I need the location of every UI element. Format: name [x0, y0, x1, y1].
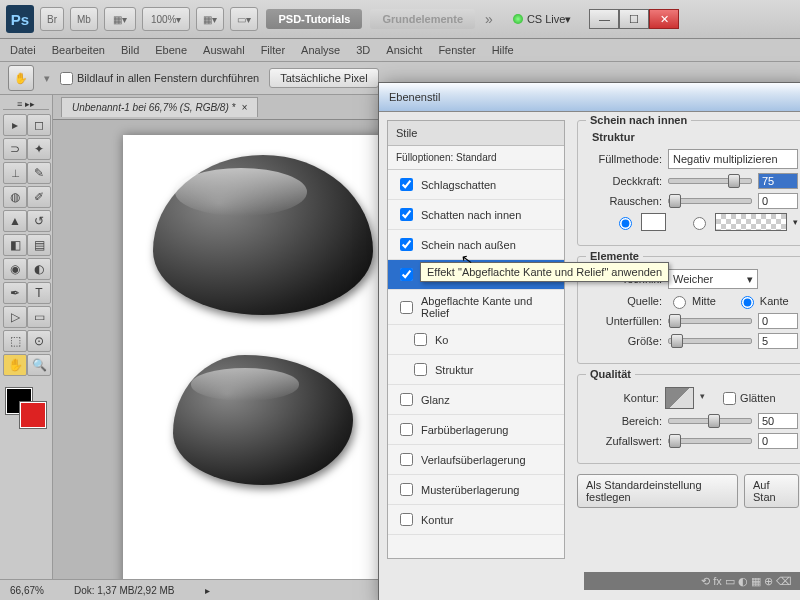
dialog-titlebar[interactable]: Ebenenstil: [379, 83, 800, 112]
close-button[interactable]: ✕: [649, 9, 679, 29]
dodge-tool[interactable]: ◐: [27, 258, 51, 280]
jitter-value[interactable]: 0: [758, 433, 798, 449]
noise-slider[interactable]: [668, 198, 752, 204]
color-swatch[interactable]: [641, 213, 666, 231]
arrange-button[interactable]: ▦▾: [196, 7, 224, 31]
workspace-tab[interactable]: Grundelemente: [370, 9, 475, 29]
make-default-button[interactable]: Als Standardeinstellung festlegen: [577, 474, 738, 508]
menu-auswahl[interactable]: Auswahl: [203, 44, 245, 56]
pen-tool[interactable]: ✒: [3, 282, 27, 304]
move-tool[interactable]: ▸: [3, 114, 27, 136]
reset-default-button[interactable]: Auf Stan: [744, 474, 799, 508]
status-dok: Dok: 1,37 MB/2,92 MB: [74, 585, 175, 596]
opacity-slider[interactable]: [668, 178, 752, 184]
range-value[interactable]: 50: [758, 413, 798, 429]
shape-tool[interactable]: ▭: [27, 306, 51, 328]
view-selector[interactable]: ▦▾: [104, 7, 136, 31]
jitter-slider[interactable]: [668, 438, 752, 444]
gradient-tool[interactable]: ▤: [27, 234, 51, 256]
app-titlebar: Ps Br Mb ▦▾ 100% ▾ ▦▾ ▭▾ PSD-Tutorials G…: [0, 0, 800, 39]
minibridge-button[interactable]: Mb: [70, 7, 98, 31]
blend-mode-dropdown[interactable]: Negativ multiplizieren: [668, 149, 798, 169]
3d-tool[interactable]: ⬚: [3, 330, 27, 352]
menu-fenster[interactable]: Fenster: [438, 44, 475, 56]
canvas[interactable]: [123, 135, 403, 595]
struktur-heading: Struktur: [592, 131, 798, 143]
menu-hilfe[interactable]: Hilfe: [492, 44, 514, 56]
3d-camera-tool[interactable]: ⊙: [27, 330, 51, 352]
screen-mode-button[interactable]: ▭▾: [230, 7, 258, 31]
gradient-swatch[interactable]: [715, 213, 787, 231]
document-tab[interactable]: Unbenannt-1 bei 66,7% (S, RGB/8) *×: [61, 97, 258, 117]
type-tool[interactable]: T: [27, 282, 51, 304]
antialias-checkbox[interactable]: Glätten: [723, 392, 798, 405]
ps-logo: Ps: [6, 5, 34, 33]
history-brush-tool[interactable]: ↺: [27, 210, 51, 232]
menu-analyse[interactable]: Analyse: [301, 44, 340, 56]
source-edge-radio[interactable]: Kante: [736, 293, 789, 309]
style-item[interactable]: Abgeflachte Kante und Relief: [388, 290, 564, 325]
zoom-selector[interactable]: 100% ▾: [142, 7, 191, 31]
menu-ansicht[interactable]: Ansicht: [386, 44, 422, 56]
zoom-tool[interactable]: 🔍: [27, 354, 51, 376]
minimize-button[interactable]: —: [589, 9, 619, 29]
eyedropper-tool[interactable]: ✎: [27, 162, 51, 184]
size-slider[interactable]: [668, 338, 752, 344]
gradient-radio[interactable]: [688, 214, 709, 230]
noise-value[interactable]: 0: [758, 193, 798, 209]
crop-tool[interactable]: ⟂: [3, 162, 27, 184]
style-item[interactable]: Glanz: [388, 385, 564, 415]
marquee-tool[interactable]: ◻: [27, 114, 51, 136]
menu-ebene[interactable]: Ebene: [155, 44, 187, 56]
style-item[interactable]: Musterüberlagerung: [388, 475, 564, 505]
status-zoom[interactable]: 66,67%: [10, 585, 44, 596]
tooltip: Effekt "Abgeflachte Kante und Relief" an…: [420, 262, 669, 282]
eraser-tool[interactable]: ◧: [3, 234, 27, 256]
menu-bild[interactable]: Bild: [121, 44, 139, 56]
wand-tool[interactable]: ✦: [27, 138, 51, 160]
menu-3d[interactable]: 3D: [356, 44, 370, 56]
menu-datei[interactable]: Datei: [10, 44, 36, 56]
style-item[interactable]: Schein nach außen: [388, 230, 564, 260]
hand-tool-icon[interactable]: ✋: [8, 65, 34, 91]
tab-close-icon[interactable]: ×: [241, 102, 247, 113]
color-radio[interactable]: [614, 214, 635, 230]
choke-value[interactable]: 0: [758, 313, 798, 329]
path-tool[interactable]: ▷: [3, 306, 27, 328]
style-item[interactable]: Struktur: [388, 355, 564, 385]
menu-filter[interactable]: Filter: [261, 44, 285, 56]
style-item[interactable]: Schlagschatten: [388, 170, 564, 200]
bridge-button[interactable]: Br: [40, 7, 64, 31]
menu-bearbeiten[interactable]: Bearbeiten: [52, 44, 105, 56]
technique-dropdown[interactable]: Weicher▾: [668, 269, 758, 289]
range-slider[interactable]: [668, 418, 752, 424]
choke-slider[interactable]: [668, 318, 752, 324]
cs-live-button[interactable]: CS Live ▾: [513, 13, 572, 26]
workspace-more-icon[interactable]: »: [485, 11, 493, 27]
layers-panel-footer[interactable]: ⟲ fx ▭ ◐ ▦ ⊕ ⌫: [584, 572, 800, 590]
fill-options[interactable]: Fülloptionen: Standard: [388, 146, 564, 170]
workspace-tab-active[interactable]: PSD-Tutorials: [266, 9, 362, 29]
source-center-radio[interactable]: Mitte: [668, 293, 716, 309]
style-list-header[interactable]: Stile: [388, 121, 564, 146]
style-item[interactable]: Verlaufsüberlagerung: [388, 445, 564, 475]
style-item[interactable]: Schatten nach innen: [388, 200, 564, 230]
hand-tool[interactable]: ✋: [3, 354, 27, 376]
actual-pixels-button[interactable]: Tatsächliche Pixel: [269, 68, 378, 88]
stamp-tool[interactable]: ▲: [3, 210, 27, 232]
style-item[interactable]: Ko: [388, 325, 564, 355]
size-value[interactable]: 5: [758, 333, 798, 349]
blur-tool[interactable]: ◉: [3, 258, 27, 280]
healing-tool[interactable]: ◍: [3, 186, 27, 208]
contour-picker[interactable]: [665, 387, 694, 409]
maximize-button[interactable]: ☐: [619, 9, 649, 29]
brush-tool[interactable]: ✐: [27, 186, 51, 208]
scroll-all-checkbox[interactable]: Bildlauf in allen Fenstern durchführen: [60, 72, 259, 85]
style-item[interactable]: Farbüberlagerung: [388, 415, 564, 445]
lasso-tool[interactable]: ⊃: [3, 138, 27, 160]
opacity-value[interactable]: 75: [758, 173, 798, 189]
color-swatches[interactable]: [6, 388, 46, 428]
tools-panel: ≡ ▸▸ ▸◻ ⊃✦ ⟂✎ ◍✐ ▲↺ ◧▤ ◉◐ ✒T ▷▭ ⬚⊙ ✋🔍: [0, 95, 53, 600]
style-item[interactable]: Kontur: [388, 505, 564, 535]
layer-style-dialog: Ebenenstil Stile Fülloptionen: Standard …: [378, 82, 800, 600]
